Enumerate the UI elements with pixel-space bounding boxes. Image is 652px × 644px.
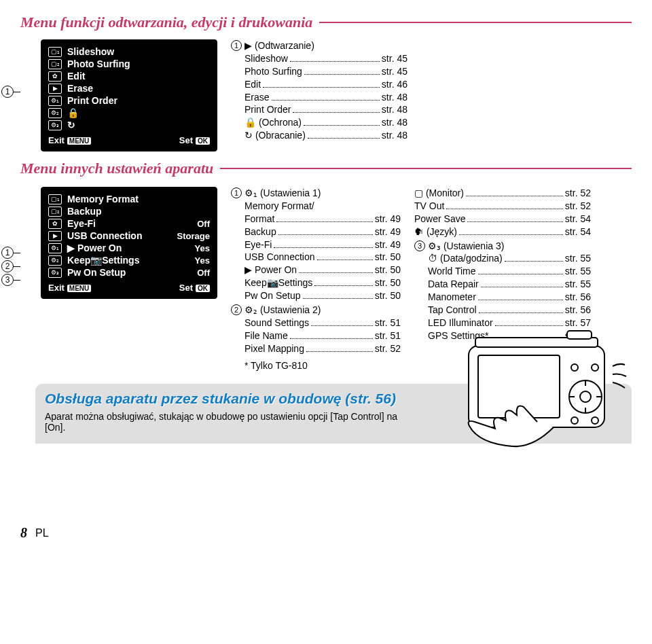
menu-icon: ⚙₃ bbox=[48, 268, 62, 278]
ref-head-text: ⚙₃ (Ustawienia 3) bbox=[428, 240, 504, 253]
menu-btn-icon: MENU bbox=[67, 285, 91, 292]
menu-item: ▶Erase bbox=[48, 82, 210, 94]
menu-mockup-playback: ▢₁Slideshow▢₂Photo Surfing✿Edit▶Erase⚙₁P… bbox=[41, 39, 217, 151]
callout-line bbox=[14, 253, 20, 253]
page-number: 8 bbox=[20, 525, 27, 541]
ok-btn-icon: OK bbox=[196, 285, 210, 292]
menu-item: ⚙₃Pw On SetupOff bbox=[48, 266, 210, 279]
ref-item: Pixel Mappingstr. 52 bbox=[244, 342, 401, 355]
svg-point-13 bbox=[592, 417, 598, 424]
menu-icon: ✿ bbox=[48, 71, 62, 82]
svg-point-11 bbox=[592, 364, 598, 371]
ref-list-col-a: 1 ⚙₁ (Ustawienia 1) Memory Format/ Forma… bbox=[231, 187, 401, 372]
ref-item: 🗣 (Język)str. 54 bbox=[414, 226, 591, 238]
menu-label: Keep📷Settings bbox=[67, 255, 195, 266]
ref-head-text: ▶ (Odtwarzanie) bbox=[244, 39, 314, 52]
ref-marker-1: 1 bbox=[231, 40, 242, 51]
page-footer: 8 PL bbox=[20, 525, 632, 541]
menu-item: ▢₂Photo Surfing bbox=[48, 58, 210, 70]
menu-value: Storage bbox=[177, 231, 210, 241]
ref-item: File Namestr. 51 bbox=[244, 329, 401, 342]
svg-point-12 bbox=[571, 417, 578, 424]
ref-item: TV Outstr. 52 bbox=[414, 200, 591, 213]
menu-icon: ⚙₁ bbox=[48, 96, 62, 106]
menu-value: Off bbox=[197, 219, 210, 229]
ref-item: World Timestr. 55 bbox=[428, 265, 591, 278]
svg-point-10 bbox=[571, 364, 578, 371]
menu-value: Yes bbox=[195, 255, 210, 266]
menu-label: ↻ bbox=[67, 120, 210, 130]
ref-list-playback: 1 ▶ (Odtwarzanie) Slideshowstr. 45Photo … bbox=[231, 39, 408, 151]
title-rule bbox=[319, 22, 632, 23]
menu-mockup-settings: ▢₁Memory Format▢₂Backup✿Eye-FiOff▶USB Co… bbox=[41, 187, 217, 299]
callout-line bbox=[14, 266, 20, 267]
menu-item: ▢₁Slideshow bbox=[48, 46, 210, 58]
menu-item: ⚙₂Keep📷SettingsYes bbox=[48, 254, 210, 266]
callout-marker-3: 3 bbox=[1, 274, 14, 286]
ref-item: Erasestr. 48 bbox=[244, 91, 408, 104]
menu-label: Slideshow bbox=[67, 46, 210, 57]
title-rule bbox=[220, 168, 632, 169]
camera-illustration bbox=[455, 319, 632, 448]
ref-item: Memory Format/ bbox=[244, 200, 401, 213]
menu-item: ⚙₁▶ Power OnYes bbox=[48, 242, 210, 254]
ref-item: Eye-Fistr. 49 bbox=[244, 238, 401, 251]
menu-icon: ▶ bbox=[48, 231, 62, 241]
menu-label: Erase bbox=[67, 83, 210, 94]
exit-label: Exit bbox=[48, 283, 65, 293]
svg-rect-2 bbox=[567, 331, 592, 339]
menu-label: Memory Format bbox=[67, 194, 210, 204]
ref-item: ⏱ (Data/godzina)str. 55 bbox=[428, 252, 591, 265]
menu-label: ▶ Power On bbox=[67, 243, 195, 253]
ref-item: Data Repairstr. 55 bbox=[428, 278, 591, 291]
menu-item: ⚙₂🔒 bbox=[48, 107, 210, 119]
menu-icon: ▶ bbox=[48, 84, 62, 94]
set-label: Set bbox=[179, 135, 193, 145]
ref-item: Keep📷Settingsstr. 50 bbox=[244, 276, 401, 289]
menu-item: ⚙₁Print Order bbox=[48, 94, 210, 107]
menu-item: ⚙₃↻ bbox=[48, 119, 210, 131]
ref-item: Formatstr. 49 bbox=[244, 213, 401, 226]
menu-label: Print Order bbox=[67, 95, 210, 106]
menu-label: Eye-Fi bbox=[67, 218, 197, 229]
menu-icon: ▢₂ bbox=[48, 207, 62, 217]
ok-btn-icon: OK bbox=[196, 137, 210, 145]
ref-item: Manometerstr. 56 bbox=[428, 291, 591, 304]
menu-icon: ▢₂ bbox=[48, 59, 62, 69]
ref-item: Backupstr. 49 bbox=[244, 226, 401, 238]
section-title-other: Menu innych ustawień aparatu bbox=[20, 160, 632, 177]
callout-marker-1: 1 bbox=[1, 247, 14, 259]
ref-item: Power Savestr. 54 bbox=[414, 213, 591, 226]
menu-label: Edit bbox=[67, 71, 210, 82]
tip-box: Obsługa aparatu przez stukanie w obudowę… bbox=[35, 384, 632, 444]
ref-head-text: ⚙₂ (Ustawienia 2) bbox=[244, 304, 321, 317]
menu-icon: ⚙₂ bbox=[48, 108, 62, 118]
menu-item: ✿Edit bbox=[48, 70, 210, 82]
menu-icon: ▢₁ bbox=[48, 194, 62, 204]
ref-marker-3: 3 bbox=[414, 240, 425, 251]
title-text: Menu innych ustawień aparatu bbox=[20, 160, 213, 177]
ref-item: ▶ Power Onstr. 50 bbox=[244, 264, 401, 276]
menu-label: Backup bbox=[67, 206, 210, 217]
ref-item: Tap Controlstr. 56 bbox=[428, 304, 591, 317]
callout-line bbox=[14, 280, 20, 281]
ref-item: ↻ (Obracanie)str. 48 bbox=[244, 129, 408, 142]
ref-item: ▢ (Monitor)str. 52 bbox=[414, 187, 591, 200]
menu-label: Photo Surfing bbox=[67, 58, 210, 69]
callout-marker-1: 1 bbox=[1, 86, 14, 98]
menu-value: Yes bbox=[195, 243, 210, 253]
exit-label: Exit bbox=[48, 135, 65, 145]
menu-label: USB Connection bbox=[67, 230, 177, 241]
ref-item: Editstr. 46 bbox=[244, 78, 408, 91]
menu-item: ✿Eye-FiOff bbox=[48, 217, 210, 230]
footnote: * Tylko TG-810 bbox=[231, 359, 401, 372]
title-text: Menu funkcji odtwarzania, edycji i druko… bbox=[20, 14, 312, 31]
menu-icon: ▢₁ bbox=[48, 47, 62, 57]
ref-item: Pw On Setupstr. 50 bbox=[244, 289, 401, 302]
ref-item: Sound Settingsstr. 51 bbox=[244, 317, 401, 329]
page-lang: PL bbox=[35, 527, 49, 539]
menu-icon: ⚙₁ bbox=[48, 243, 62, 253]
tip-body: Aparat można obsługiwać, stukając w obud… bbox=[45, 411, 398, 433]
menu-label: Pw On Setup bbox=[67, 267, 197, 278]
ref-item: Photo Surfingstr. 45 bbox=[244, 65, 408, 78]
